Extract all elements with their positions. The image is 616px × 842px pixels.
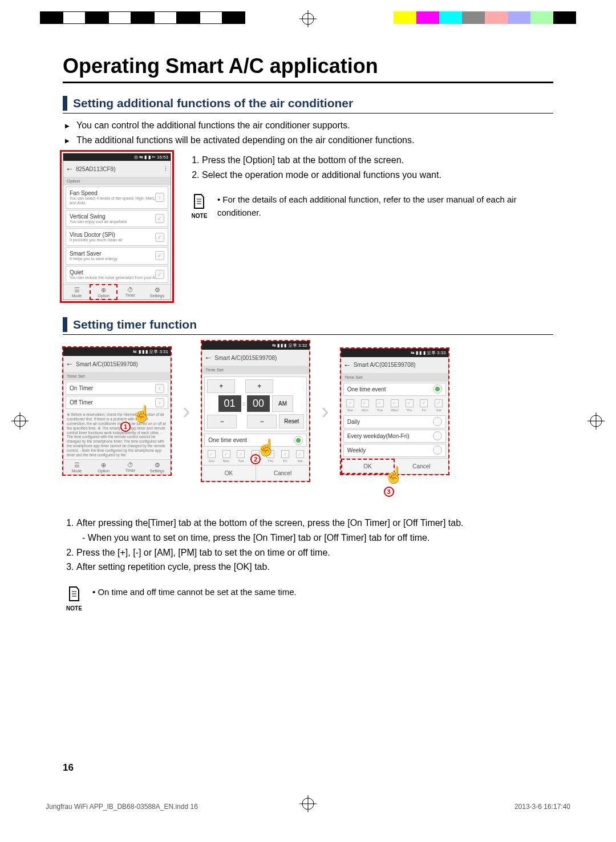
repeat-one-time[interactable]: One time event xyxy=(343,383,446,396)
print-footer: Jungfrau WiFi APP_IB_DB68-03588A_EN.indd… xyxy=(46,803,570,811)
day-cell[interactable]: ✓Fri xyxy=(278,450,293,463)
tab-option[interactable]: ⊕Option xyxy=(90,460,117,475)
phone-repeat-picker: ⇆ ▮ ▮ ▮ 오후 3:33 ←Smart A/C(0015E99708) T… xyxy=(341,348,449,475)
chevron-icon: › xyxy=(155,398,164,407)
tab-timer[interactable]: ⏱Timer xyxy=(117,285,144,299)
back-icon[interactable]: ← xyxy=(66,359,74,369)
min-plus[interactable]: + xyxy=(245,379,273,393)
day-cell[interactable]: ✓Mon xyxy=(219,450,233,463)
note-label: NOTE xyxy=(188,213,210,219)
tab-mode[interactable]: ☰Mode xyxy=(63,285,90,299)
note-label: NOTE xyxy=(63,605,86,612)
menu-icon[interactable]: ⋮ xyxy=(163,166,168,172)
day-cell[interactable]: ✓Fri xyxy=(417,399,431,412)
radio-icon xyxy=(433,431,442,440)
section1-steps: Press the [Option] tab at the bottom of … xyxy=(188,153,553,182)
step: After setting repetition cycle, press th… xyxy=(76,560,553,574)
repeat-weekly[interactable]: Weekly xyxy=(343,444,446,457)
tab-settings[interactable]: ⚙Settings xyxy=(144,285,171,299)
one-time-event[interactable]: One time event xyxy=(204,434,307,447)
device-title: 825AD113CF9) xyxy=(76,166,115,172)
tab-option[interactable]: ⊕Option xyxy=(90,285,117,299)
footer-timestamp: 2013-3-6 16:17:40 xyxy=(514,803,570,811)
crosshair-top xyxy=(299,10,317,27)
day-cell[interactable]: ✓Mon xyxy=(358,399,372,412)
cancel-button[interactable]: Cancel xyxy=(395,459,448,474)
cancel-button[interactable]: Cancel xyxy=(256,465,310,481)
step: Press the [+], [-] or [AM], [PM] tab to … xyxy=(76,545,553,560)
day-cell[interactable]: ✓Thu xyxy=(264,450,278,463)
note-icon xyxy=(67,586,81,602)
day-cell[interactable]: ✓Wed xyxy=(387,399,402,412)
repeat-daily[interactable]: Daily xyxy=(343,415,446,428)
phone-timer-list: ⇆ ▮ ▮ ▮ 오후 3:31 ←Smart A/C(0015E99708) T… xyxy=(63,347,171,475)
option-row[interactable]: QuietYou can reduce the noise generated … xyxy=(66,266,168,284)
note-block-2: NOTE On time and off time cannot be set … xyxy=(63,586,553,612)
section2-heading: Setting timer function xyxy=(73,318,197,331)
section2-head: Setting timer function xyxy=(63,317,553,335)
off-timer-row[interactable]: Off Timer› xyxy=(66,396,168,409)
note-text: On time and off time cannot be set at th… xyxy=(92,586,297,599)
bottom-nav: ☰Mode ⊕Option ⏱Timer ⚙Settings xyxy=(63,284,171,299)
chevron-right-icon: › xyxy=(183,398,190,424)
section1-heading: Setting additional functions of the air … xyxy=(73,96,353,110)
day-cell[interactable]: ✓Sun xyxy=(343,399,358,412)
tab-settings[interactable]: ⚙Settings xyxy=(144,460,171,475)
check-icon: ✓ xyxy=(155,233,164,242)
section2-steps: After pressing the[Timer] tab at the bot… xyxy=(63,516,553,574)
crosshair-left xyxy=(11,412,29,430)
day-cell[interactable]: ✓Thu xyxy=(402,399,416,412)
check-icon: ✓ xyxy=(155,251,164,260)
screen-label: Option xyxy=(63,177,171,185)
option-row[interactable]: Smart SaverIt helps you to save energy✓ xyxy=(66,247,168,265)
phone-time-picker: ⇆ ▮ ▮ ▮ 오후 3:32 ←Smart A/C(0015E99708) T… xyxy=(201,341,310,481)
chevron-icon: › xyxy=(155,384,164,393)
note-text: For the details of each additional funct… xyxy=(217,193,553,219)
bullet: You can control the additional functions… xyxy=(65,118,553,133)
radio-on-icon xyxy=(433,384,442,394)
on-timer-row[interactable]: On Timer› xyxy=(66,382,168,395)
check-icon: ✓ xyxy=(155,214,164,223)
footer-filename: Jungfrau WiFi APP_IB_DB68-03588A_EN.indd… xyxy=(46,803,198,811)
section1-bullets: You can control the additional functions… xyxy=(63,118,553,147)
bullet: The additional functions will be activat… xyxy=(65,133,553,148)
ampm-toggle[interactable]: AM xyxy=(272,395,293,412)
day-cell[interactable]: ✓Sat xyxy=(293,450,307,463)
back-icon[interactable]: ← xyxy=(204,353,212,362)
note-icon xyxy=(192,193,206,209)
back-icon[interactable]: ← xyxy=(343,361,351,370)
day-cell[interactable]: ✓Sun xyxy=(204,450,218,463)
crosshair-right xyxy=(587,412,605,430)
step: Select the operation mode or additional … xyxy=(202,168,553,183)
page-number: 16 xyxy=(63,762,74,774)
hour-plus[interactable]: + xyxy=(207,379,235,393)
check-icon: ✓ xyxy=(155,270,164,279)
min-value: 00 xyxy=(247,395,270,412)
app-bar: ← 825AD113CF9) ⋮ xyxy=(63,161,171,177)
chevron-right-icon: › xyxy=(321,398,329,424)
option-row[interactable]: Vertical SwingYou can enjoy cool air any… xyxy=(66,210,168,228)
day-cell[interactable]: ✓Sat xyxy=(432,399,446,412)
reset-button[interactable]: Reset xyxy=(279,414,304,428)
tab-mode[interactable]: ☰Mode xyxy=(63,460,90,475)
day-cell[interactable]: ✓Tue xyxy=(372,399,387,412)
note-block: NOTE For the details of each additional … xyxy=(188,193,553,219)
option-row[interactable]: Fan SpeedYou can select 4 levels of fan … xyxy=(66,187,168,208)
radio-icon xyxy=(433,417,442,426)
callout-3: 3 xyxy=(384,487,394,497)
step: Press the [Option] tab at the bottom of … xyxy=(202,153,553,168)
tab-timer[interactable]: ⏱Timer xyxy=(117,460,144,475)
min-minus[interactable]: − xyxy=(247,415,277,428)
step: After pressing the[Timer] tab at the bot… xyxy=(76,516,553,545)
option-row[interactable]: Virus Doctor (SPi)It provides you much c… xyxy=(66,228,168,246)
phone-option-screen: ◎ ⇆ ▮ ▮ ✂ 16:53 ← 825AD113CF9) ⋮ Option … xyxy=(63,153,171,300)
page-title: Operating Smart A/C application xyxy=(63,54,553,83)
repeat-weekday[interactable]: Every weekday(Mon-Fri) xyxy=(343,430,446,443)
radio-icon xyxy=(433,446,442,455)
back-icon[interactable]: ← xyxy=(66,164,74,173)
page-content: Operating Smart A/C application Setting … xyxy=(63,54,553,774)
day-cell[interactable]: ✓Tue xyxy=(234,450,248,463)
hour-minus[interactable]: − xyxy=(207,415,237,428)
ok-button[interactable]: OK xyxy=(202,465,256,481)
ok-button[interactable]: OK xyxy=(341,459,395,474)
